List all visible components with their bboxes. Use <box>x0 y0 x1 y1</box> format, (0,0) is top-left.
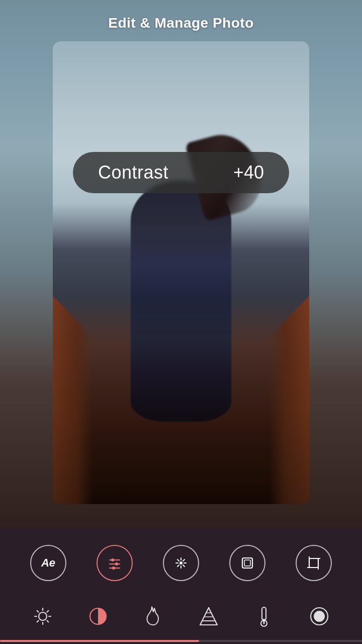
contrast-badge: Contrast +40 <box>73 152 289 193</box>
photo-canvas[interactable]: Contrast +40 <box>53 41 309 504</box>
svg-line-27 <box>37 611 39 612</box>
svg-line-11 <box>183 565 185 567</box>
app-container: Edit & Manage Photo Contrast +40 Ae <box>0 0 362 644</box>
frame-icon <box>241 556 254 570</box>
svg-point-14 <box>179 561 183 565</box>
bottom-toolbar: Ae <box>0 528 362 644</box>
adjustment-slider[interactable] <box>0 640 362 642</box>
svg-rect-38 <box>262 607 266 620</box>
thermometer-icon <box>256 605 272 627</box>
svg-rect-17 <box>309 558 318 568</box>
magic-wand-icon <box>174 556 188 570</box>
contrast-label: Contrast <box>98 162 168 183</box>
adjust-temperature[interactable] <box>244 599 284 634</box>
svg-point-5 <box>112 567 115 570</box>
photo-overlay <box>53 41 309 504</box>
svg-line-12 <box>183 559 185 561</box>
svg-line-29 <box>47 611 49 612</box>
tools-row-bottom <box>0 595 362 640</box>
svg-rect-16 <box>244 560 250 566</box>
slider-fill <box>0 640 199 642</box>
flame-icon <box>144 606 162 627</box>
adjustments-icon <box>108 556 122 570</box>
tool-adjustments[interactable] <box>97 545 133 581</box>
brightness-icon <box>33 606 53 626</box>
page-title: Edit & Manage Photo <box>108 0 254 41</box>
adjust-tint[interactable] <box>299 599 339 634</box>
contrast-icon <box>87 606 109 627</box>
contrast-value: +40 <box>233 162 264 183</box>
svg-line-33 <box>209 608 217 625</box>
svg-line-32 <box>200 608 209 625</box>
ae-icon: Ae <box>41 556 55 570</box>
photo-background <box>53 41 309 504</box>
adjust-vignette[interactable] <box>189 599 229 634</box>
tools-row-top: Ae <box>0 528 362 595</box>
adjust-contrast[interactable] <box>78 599 118 634</box>
tool-text-effects[interactable]: Ae <box>30 545 66 581</box>
svg-point-22 <box>39 612 47 620</box>
tool-crop[interactable] <box>296 545 332 581</box>
tint-icon <box>309 606 330 627</box>
vignette-icon <box>198 606 219 627</box>
svg-point-3 <box>115 562 118 566</box>
svg-line-13 <box>177 565 179 567</box>
tool-magic-wand[interactable] <box>163 545 199 581</box>
svg-point-1 <box>111 558 114 561</box>
adjust-saturation[interactable] <box>133 599 173 634</box>
svg-line-10 <box>177 559 179 561</box>
crop-icon <box>307 556 320 570</box>
svg-line-28 <box>47 621 49 622</box>
svg-line-30 <box>37 621 39 622</box>
svg-rect-42 <box>314 611 325 622</box>
tool-frame[interactable] <box>229 545 265 581</box>
adjust-brightness[interactable] <box>23 599 63 634</box>
svg-rect-15 <box>242 558 252 568</box>
